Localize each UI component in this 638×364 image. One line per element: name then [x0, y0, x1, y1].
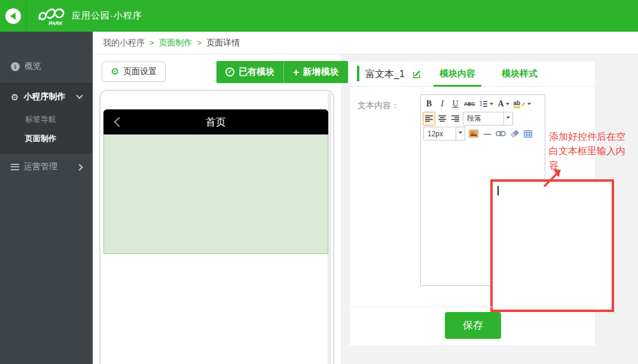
text-cursor — [497, 186, 499, 195]
sidebar-item-page-build[interactable]: 页面制作 — [0, 129, 93, 148]
sidebar-item-label: 运营管理 — [24, 161, 57, 172]
gear-icon — [111, 67, 119, 77]
page-settings-label: 页面设置 — [123, 66, 157, 77]
link-chain-icon — [496, 131, 506, 136]
dropdown-caret-icon — [506, 117, 510, 121]
logo-mark-icon: PARK — [37, 5, 67, 27]
plus-icon — [293, 67, 300, 78]
sidebar-item-miniprogram-build[interactable]: 小程序制作 — [0, 84, 93, 110]
list-icon — [11, 164, 19, 170]
bold-button[interactable]: B — [423, 97, 435, 111]
line-height-button[interactable] — [477, 97, 495, 111]
add-module-label: 新增模块 — [303, 66, 339, 78]
info-icon — [11, 62, 20, 71]
title-accent-bar — [357, 66, 359, 81]
phone-back-chevron-icon[interactable] — [114, 117, 124, 127]
breadcrumb-page-detail: 页面详情 — [206, 38, 240, 48]
panel-header: 富文本_1 模块内容 模块样式 — [350, 62, 595, 87]
underline-button[interactable]: U — [449, 97, 462, 111]
editor-toolbar: B I U ABC A ab — [421, 95, 545, 141]
align-center-button[interactable] — [436, 112, 448, 126]
sidebar-item-label: 标签导航 — [25, 114, 56, 125]
sidebar-section-miniprogram: 小程序制作 标签导航 页面制作 — [0, 83, 93, 154]
svg-text:PARK: PARK — [48, 20, 63, 26]
phone-page-title: 首页 — [206, 115, 226, 129]
rename-module-button[interactable] — [413, 69, 422, 81]
breadcrumb-my-miniprogram[interactable]: 我的小程序 — [103, 38, 145, 48]
app-title: 应用公园·小程序 — [72, 10, 142, 22]
dropdown-caret-icon — [506, 103, 509, 107]
insert-image-button[interactable] — [467, 127, 480, 140]
editor-statusbar — [421, 279, 545, 285]
horizontal-rule-button[interactable]: — — [481, 127, 493, 140]
richtext-module-placeholder[interactable] — [103, 134, 328, 254]
topbar: PARK 应用公园·小程序 — [0, 0, 638, 32]
dropdown-caret-icon — [490, 103, 493, 107]
paragraph-format-value: 段落 — [463, 114, 503, 124]
existing-modules-button[interactable]: 已有模块 — [216, 61, 283, 83]
tab-module-content[interactable]: 模块内容 — [426, 62, 489, 87]
sidebar-item-label: 概览 — [25, 61, 41, 72]
dropdown-arrow-box — [456, 127, 465, 140]
page-settings-button[interactable]: 页面设置 — [102, 62, 166, 82]
italic-button[interactable]: I — [436, 97, 448, 111]
dropdown-caret-icon — [527, 103, 531, 107]
eraser-button[interactable] — [508, 127, 521, 140]
breadcrumb-separator: > — [149, 38, 154, 47]
insert-table-button[interactable] — [521, 127, 534, 140]
align-left-icon — [425, 115, 433, 122]
sidebar-item-operations[interactable]: 运营管理 — [0, 154, 93, 180]
line-height-icon — [479, 100, 488, 108]
strikethrough-button[interactable]: ABC — [462, 97, 477, 111]
add-module-button[interactable]: 新增模块 — [283, 61, 348, 83]
back-arrow-icon — [5, 8, 21, 24]
align-center-icon — [438, 115, 446, 122]
align-left-button[interactable] — [423, 112, 435, 126]
eraser-icon — [511, 130, 519, 137]
breadcrumb-separator: > — [197, 38, 202, 47]
paragraph-format-select[interactable]: 段落 — [463, 112, 513, 126]
edit-pencil-icon — [413, 69, 422, 79]
app-park-logo: PARK 应用公园·小程序 — [37, 5, 142, 27]
gear-icon — [11, 93, 19, 102]
breadcrumb: 我的小程序 > 页面制作 > 页面详情 — [93, 32, 638, 54]
sidebar-item-overview[interactable]: 概览 — [0, 54, 93, 78]
panel-tabs: 模块内容 模块样式 — [426, 62, 551, 87]
module-title: 富文本_1 — [365, 62, 405, 87]
align-right-button[interactable] — [449, 112, 462, 126]
chevron-right-icon — [76, 164, 83, 170]
highlight-color-button[interactable]: ab — [512, 97, 533, 111]
panel-divider — [350, 307, 595, 307]
text-content-label: 文本内容： — [358, 100, 399, 111]
image-icon — [469, 130, 478, 137]
sidebar-item-label: 页面制作 — [25, 133, 56, 144]
sidebar: 概览 小程序制作 标签导航 页面制作 运营管理 — [0, 32, 93, 364]
sidebar-item-tab-navigation[interactable]: 标签导航 — [0, 110, 93, 129]
chevron-down-icon — [76, 92, 83, 99]
dropdown-caret-icon — [459, 131, 462, 136]
font-size-value: 12px — [424, 130, 456, 138]
table-icon — [524, 130, 532, 137]
phone-nav-bar: 首页 — [103, 109, 328, 134]
check-circle-icon — [225, 68, 234, 77]
insert-link-button[interactable] — [494, 127, 508, 140]
dropdown-arrow-box — [503, 112, 512, 125]
save-button[interactable]: 保存 — [445, 312, 501, 339]
richtext-editor: B I U ABC A ab — [420, 94, 545, 286]
existing-modules-label: 已有模块 — [239, 66, 274, 78]
tab-module-style[interactable]: 模块样式 — [489, 62, 551, 87]
module-buttons-group: 已有模块 新增模块 — [216, 61, 348, 83]
annotation-arrow-icon — [541, 167, 564, 189]
sidebar-item-label: 小程序制作 — [23, 91, 65, 102]
editor-text-area-highlighted[interactable] — [490, 179, 614, 312]
module-editor-panel: 富文本_1 模块内容 模块样式 文本内容： B I U ABC — [350, 62, 595, 345]
font-size-select[interactable]: 12px — [423, 127, 465, 140]
font-color-button[interactable]: A — [496, 97, 511, 111]
highlight-pencil-icon — [520, 101, 526, 107]
back-button[interactable] — [0, 0, 26, 32]
align-right-icon — [451, 115, 459, 122]
breadcrumb-page-build[interactable]: 页面制作 — [159, 38, 193, 48]
